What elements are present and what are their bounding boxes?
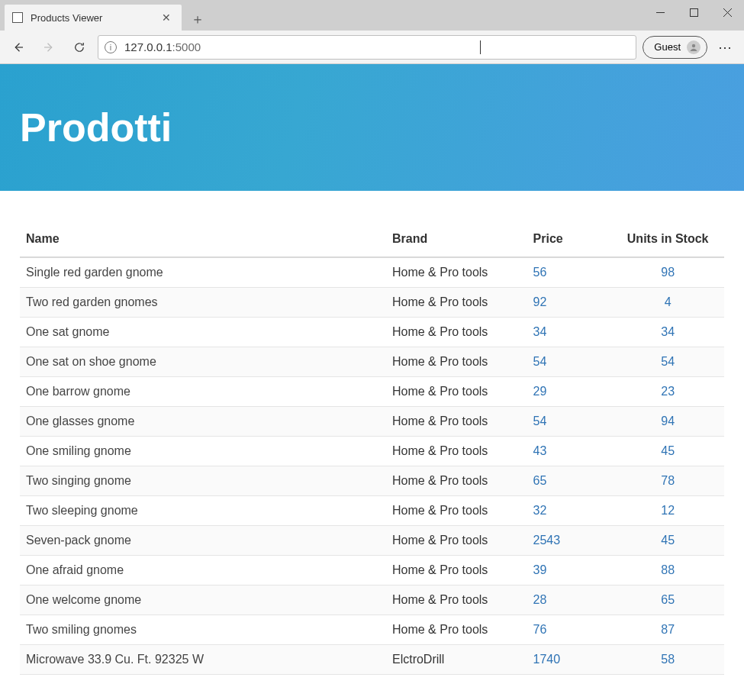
arrow-left-icon bbox=[11, 40, 25, 54]
cell-stock: 94 bbox=[611, 407, 724, 437]
table-row: Two singing gnomeHome & Pro tools6578 bbox=[20, 466, 724, 496]
page-favicon-icon bbox=[12, 12, 23, 23]
maximize-button[interactable] bbox=[677, 0, 710, 24]
cell-stock: 4 bbox=[611, 288, 724, 318]
cell-name: One welcome gnome bbox=[20, 585, 386, 615]
cell-brand: Home & Pro tools bbox=[386, 377, 527, 407]
page-viewport[interactable]: Prodotti Name Brand Price Units in Stock… bbox=[0, 64, 744, 700]
cell-brand: Home & Pro tools bbox=[386, 288, 527, 318]
table-row: One afraid gnomeHome & Pro tools3988 bbox=[20, 556, 724, 585]
cell-stock: 58 bbox=[611, 645, 724, 675]
cell-brand: Home & Pro tools bbox=[386, 318, 527, 347]
cell-brand: Home & Pro tools bbox=[386, 347, 527, 377]
cell-name: Seven-pack gnome bbox=[20, 526, 386, 556]
refresh-button[interactable] bbox=[67, 35, 92, 60]
cell-brand: Home & Pro tools bbox=[386, 437, 527, 466]
cell-stock: 87 bbox=[611, 615, 724, 645]
address-bar[interactable]: i 127.0.0.1:5000 bbox=[98, 35, 636, 60]
cell-price: 32 bbox=[527, 496, 612, 526]
cell-brand: Home & Pro tools bbox=[386, 257, 527, 288]
more-menu-button[interactable]: ⋯ bbox=[713, 35, 738, 60]
cell-brand: Home & Pro tools bbox=[386, 615, 527, 645]
url-port: :5000 bbox=[172, 40, 201, 53]
col-header-stock: Units in Stock bbox=[611, 224, 724, 257]
cell-name: One sat gnome bbox=[20, 318, 386, 347]
table-row: One glasses gnomeHome & Pro tools5494 bbox=[20, 407, 724, 437]
cell-brand: Home & Pro tools bbox=[386, 466, 527, 496]
cell-price: 39 bbox=[527, 556, 612, 585]
site-info-icon[interactable]: i bbox=[105, 41, 117, 53]
table-row: One sat on shoe gnomeHome & Pro tools545… bbox=[20, 347, 724, 377]
url-host: 127.0.0.1 bbox=[124, 40, 172, 53]
table-row: Two smiling gnomesHome & Pro tools7687 bbox=[20, 615, 724, 645]
table-row: One sat gnomeHome & Pro tools3434 bbox=[20, 318, 724, 347]
cell-brand: Home & Pro tools bbox=[386, 496, 527, 526]
tab-title: Products Viewer bbox=[31, 12, 102, 24]
close-window-button[interactable] bbox=[710, 0, 744, 24]
cell-price: 43 bbox=[527, 437, 612, 466]
table-row: One smiling gnomeHome & Pro tools4345 bbox=[20, 437, 724, 466]
cell-stock: 12 bbox=[611, 496, 724, 526]
close-tab-button[interactable]: ✕ bbox=[159, 11, 174, 24]
minimize-button[interactable] bbox=[643, 0, 677, 24]
cell-brand: Home & Pro tools bbox=[386, 556, 527, 585]
table-row: Microwave 33.9 Cu. Ft. 92325 WElctroDril… bbox=[20, 645, 724, 675]
cell-price: 1740 bbox=[527, 645, 612, 675]
back-button[interactable] bbox=[6, 35, 31, 60]
cell-stock: 54 bbox=[611, 347, 724, 377]
cell-name: One smiling gnome bbox=[20, 437, 386, 466]
page-hero: Prodotti bbox=[0, 64, 744, 191]
tab-bar: Products Viewer ✕ ＋ bbox=[0, 0, 744, 31]
cell-name: Two singing gnome bbox=[20, 466, 386, 496]
cell-name: Two sleeping gnome bbox=[20, 496, 386, 526]
col-header-name: Name bbox=[20, 224, 386, 257]
cell-stock: 98 bbox=[611, 257, 724, 288]
cell-price: 28 bbox=[527, 585, 612, 615]
col-header-brand: Brand bbox=[386, 224, 527, 257]
svg-rect-1 bbox=[690, 8, 697, 16]
cell-price: 34 bbox=[527, 318, 612, 347]
cell-price: 54 bbox=[527, 347, 612, 377]
cell-stock: 88 bbox=[611, 556, 724, 585]
cell-price: 2543 bbox=[527, 526, 612, 556]
cell-stock: 78 bbox=[611, 466, 724, 496]
cell-name: One sat on shoe gnome bbox=[20, 347, 386, 377]
page-title: Prodotti bbox=[20, 105, 172, 150]
table-row: Two sleeping gnomeHome & Pro tools3212 bbox=[20, 496, 724, 526]
col-header-price: Price bbox=[527, 224, 612, 257]
profile-button[interactable]: Guest bbox=[643, 36, 707, 59]
table-row: One welcome gnomeHome & Pro tools2865 bbox=[20, 585, 724, 615]
browser-toolbar: i 127.0.0.1:5000 Guest ⋯ bbox=[0, 31, 744, 64]
cell-name: Single red garden gnome bbox=[20, 257, 386, 288]
cell-price: 29 bbox=[527, 377, 612, 407]
table-row: One barrow gnomeHome & Pro tools2923 bbox=[20, 377, 724, 407]
cell-name: Two smiling gnomes bbox=[20, 615, 386, 645]
cell-price: 54 bbox=[527, 407, 612, 437]
new-tab-button[interactable]: ＋ bbox=[186, 8, 209, 31]
cell-stock: 45 bbox=[611, 526, 724, 556]
table-header-row: Name Brand Price Units in Stock bbox=[20, 224, 724, 257]
cell-name: One barrow gnome bbox=[20, 377, 386, 407]
cell-name: One glasses gnome bbox=[20, 407, 386, 437]
cell-stock: 45 bbox=[611, 437, 724, 466]
svg-point-6 bbox=[692, 44, 695, 47]
cell-brand: Home & Pro tools bbox=[386, 407, 527, 437]
browser-chrome: Products Viewer ✕ ＋ i 127.0.0.1:5000 Gue… bbox=[0, 0, 744, 64]
refresh-icon bbox=[72, 40, 86, 54]
window-controls bbox=[643, 0, 744, 24]
text-cursor-icon bbox=[480, 40, 481, 54]
cell-name: One afraid gnome bbox=[20, 556, 386, 585]
avatar-icon bbox=[687, 40, 701, 54]
table-row: Single red garden gnomeHome & Pro tools5… bbox=[20, 257, 724, 288]
cell-name: Two red garden gnomes bbox=[20, 288, 386, 318]
cell-price: 56 bbox=[527, 257, 612, 288]
browser-tab[interactable]: Products Viewer ✕ bbox=[5, 5, 182, 31]
cell-price: 76 bbox=[527, 615, 612, 645]
profile-label: Guest bbox=[654, 41, 681, 53]
cell-brand: Home & Pro tools bbox=[386, 526, 527, 556]
arrow-right-icon bbox=[42, 40, 56, 54]
cell-price: 65 bbox=[527, 466, 612, 496]
cell-name: Microwave 33.9 Cu. Ft. 92325 W bbox=[20, 645, 386, 675]
page-content: Name Brand Price Units in Stock Single r… bbox=[0, 191, 744, 698]
cell-stock: 65 bbox=[611, 585, 724, 615]
